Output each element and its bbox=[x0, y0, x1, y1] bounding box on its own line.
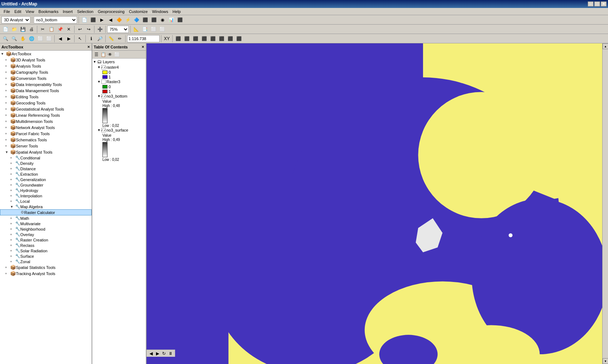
tree-tracking[interactable]: + 📦 Tracking Analyst Tools bbox=[0, 270, 92, 277]
paste-btn[interactable]: 📌 bbox=[56, 25, 64, 33]
more-btn7[interactable]: ⬛ bbox=[226, 35, 234, 43]
measure-btn[interactable]: 📏 bbox=[107, 35, 115, 43]
menu-customize[interactable]: Customize bbox=[127, 9, 150, 14]
tree-3d-analyst[interactable]: + 📦 3D Analyst Tools bbox=[0, 57, 92, 63]
tree-conditional[interactable]: + 🔧 Conditional bbox=[0, 155, 92, 160]
tree-multidim[interactable]: + 📦 Multidimension Tools bbox=[0, 118, 92, 124]
tree-editing[interactable]: + 📦 Editing Tools bbox=[0, 94, 92, 100]
toc-sel-btn[interactable]: ⬜ bbox=[114, 51, 120, 58]
map-prev-btn[interactable]: ◀ bbox=[148, 351, 154, 356]
toc-source-btn[interactable]: 📋 bbox=[100, 51, 106, 58]
tree-data-interop[interactable]: + 📦 Data Interoperability Tools bbox=[0, 81, 92, 87]
layout-btn2[interactable]: 📑 bbox=[141, 25, 149, 33]
toc-no3surface-check[interactable]: ✓ bbox=[101, 128, 106, 132]
tb-btn-5[interactable]: 🔶 bbox=[115, 16, 123, 24]
more-btn2[interactable]: ⬛ bbox=[183, 35, 191, 43]
tree-server[interactable]: + 📦 Server Tools bbox=[0, 143, 92, 149]
map-next-btn[interactable]: ▶ bbox=[155, 351, 160, 356]
tree-network[interactable]: + 📦 Network Analyst Tools bbox=[0, 124, 92, 130]
toc-close[interactable]: ✕ bbox=[142, 45, 144, 49]
add-data-btn[interactable]: ➕ bbox=[96, 25, 104, 33]
delete-btn[interactable]: ✕ bbox=[65, 25, 73, 33]
tree-multivariate[interactable]: + 🔧 Multivariate bbox=[0, 221, 92, 226]
tree-groundwater[interactable]: + 🔧 Groundwater bbox=[0, 182, 92, 188]
menu-edit[interactable]: Edit bbox=[12, 9, 24, 14]
tree-analysis[interactable]: + 📦 Analysis Tools bbox=[0, 63, 92, 69]
scroll-up-btn[interactable]: ▲ bbox=[603, 43, 608, 49]
new-btn[interactable]: 📄 bbox=[1, 25, 9, 33]
menu-insert[interactable]: Insert bbox=[60, 9, 75, 14]
toc-layers-root[interactable]: ▼ 🗂 Layers bbox=[92, 59, 146, 65]
tree-surface[interactable]: + 🔧 Surface bbox=[0, 253, 92, 259]
layout-btn4[interactable]: ⬜ bbox=[158, 25, 166, 33]
toc-raster3-check[interactable] bbox=[101, 80, 106, 84]
toc-no3-surface[interactable]: ▼ ✓ no3_surface bbox=[92, 128, 146, 133]
tb-btn-9[interactable]: ⬛ bbox=[150, 16, 158, 24]
identify-btn[interactable]: ℹ bbox=[87, 35, 95, 43]
tree-math[interactable]: + 🔧 Math bbox=[0, 215, 92, 221]
more-btn3[interactable]: ⬛ bbox=[191, 35, 199, 43]
scale-dropdown[interactable]: 75% bbox=[107, 26, 129, 33]
editor-btn[interactable]: ✏ bbox=[116, 35, 124, 43]
tree-generalization[interactable]: + 🔧 Generalization bbox=[0, 177, 92, 182]
toc-raster4-check[interactable]: ✓ bbox=[101, 65, 106, 69]
tb-btn-4[interactable]: ◀ bbox=[106, 16, 114, 24]
tree-density[interactable]: + 🔧 Density bbox=[0, 160, 92, 166]
pan-btn[interactable]: ✋ bbox=[19, 35, 27, 43]
zoom-in-btn[interactable]: 🔍 bbox=[1, 35, 9, 43]
menu-geoprocessing[interactable]: Geoprocessing bbox=[96, 9, 127, 14]
find-btn[interactable]: 🔎 bbox=[96, 35, 104, 43]
tb-btn-3[interactable]: ▶ bbox=[98, 16, 106, 24]
redo-btn[interactable]: ↪ bbox=[85, 25, 93, 33]
forward-btn[interactable]: ▶ bbox=[65, 35, 73, 43]
open-btn[interactable]: 📁 bbox=[10, 25, 18, 33]
tb-btn-12[interactable]: ⬛ bbox=[176, 16, 184, 24]
tree-zonal[interactable]: + 🔧 Zonal bbox=[0, 259, 92, 264]
tree-arctoolbox-root[interactable]: ▼ 📦 ArcToolbox bbox=[0, 51, 92, 57]
tree-linear-ref[interactable]: + 📦 Linear Referencing Tools bbox=[0, 112, 92, 118]
tree-schematics[interactable]: + 📦 Schematics Tools bbox=[0, 137, 92, 143]
tree-conversion[interactable]: + 📦 Conversion Tools bbox=[0, 75, 92, 81]
more-btn6[interactable]: ⬛ bbox=[218, 35, 225, 43]
more-btn[interactable]: ⬛ bbox=[174, 35, 182, 43]
tree-extraction[interactable]: + 🔧 Extraction bbox=[0, 171, 92, 177]
toc-raster4[interactable]: ▼ ✓ raster4 bbox=[92, 65, 146, 70]
layout-btn[interactable]: 📐 bbox=[132, 25, 140, 33]
tree-hydrology[interactable]: + 🔧 Hydrology bbox=[0, 188, 92, 193]
tree-spatial-analyst[interactable]: ▼ 📦 Spatial Analyst Tools bbox=[0, 149, 92, 155]
undo-btn[interactable]: ↩ bbox=[76, 25, 84, 33]
tree-neighborhood[interactable]: + 🔧 Neighborhood bbox=[0, 226, 92, 232]
toc-raster3[interactable]: ▼ Raster3 bbox=[92, 79, 146, 84]
arctoolbox-close[interactable]: ✕ bbox=[87, 45, 90, 49]
maximize-button[interactable]: □ bbox=[594, 1, 600, 7]
tb-btn-11[interactable]: 📊 bbox=[167, 16, 175, 24]
tree-raster-creation[interactable]: + 🔧 Raster Creation bbox=[0, 237, 92, 243]
zoom-layer-btn[interactable]: ⬜ bbox=[36, 35, 44, 43]
more-btn5[interactable]: ⬛ bbox=[209, 35, 217, 43]
tree-raster-calculator[interactable]: ⚙ Raster Calculator bbox=[0, 209, 92, 215]
toc-list-btn[interactable]: ☰ bbox=[93, 51, 100, 58]
toc-no3bottom-check[interactable]: ✓ bbox=[101, 94, 106, 98]
close-button[interactable]: ✕ bbox=[601, 1, 607, 7]
menu-selection[interactable]: Selection bbox=[75, 9, 96, 14]
menu-view[interactable]: View bbox=[24, 9, 37, 14]
tree-geocoding[interactable]: + 📦 Geocoding Tools bbox=[0, 100, 92, 106]
more-btn4[interactable]: ⬛ bbox=[200, 35, 208, 43]
tb-btn-6[interactable]: ⚡ bbox=[124, 16, 132, 24]
tree-geostat[interactable]: + 📦 Geostatistical Analyst Tools bbox=[0, 106, 92, 112]
tree-overlay[interactable]: + 🔧 Overlay bbox=[0, 232, 92, 237]
menu-help[interactable]: Help bbox=[170, 9, 183, 14]
save-btn[interactable]: 💾 bbox=[19, 25, 27, 33]
toc-no3-bottom[interactable]: ▼ ✓ no3_bottom bbox=[92, 94, 146, 99]
coordinate-input[interactable] bbox=[127, 35, 160, 42]
map-pause-btn[interactable]: ⏸ bbox=[168, 351, 173, 356]
tb-btn-2[interactable]: ⬛ bbox=[89, 16, 97, 24]
tree-data-mgmt[interactable]: + 📦 Data Management Tools bbox=[0, 87, 92, 94]
full-extent-btn[interactable]: 🌐 bbox=[28, 35, 35, 43]
tb-btn-7[interactable]: 🔷 bbox=[132, 16, 140, 24]
tree-reclass[interactable]: + 🔧 Reclass bbox=[0, 243, 92, 248]
menu-bookmarks[interactable]: Bookmarks bbox=[36, 9, 60, 14]
tree-parcel[interactable]: + 📦 Parcel Fabric Tools bbox=[0, 130, 92, 137]
tree-spatial-stats[interactable]: + 📦 Spatial Statistics Tools bbox=[0, 264, 92, 270]
tree-local[interactable]: + 🔧 Local bbox=[0, 198, 92, 204]
